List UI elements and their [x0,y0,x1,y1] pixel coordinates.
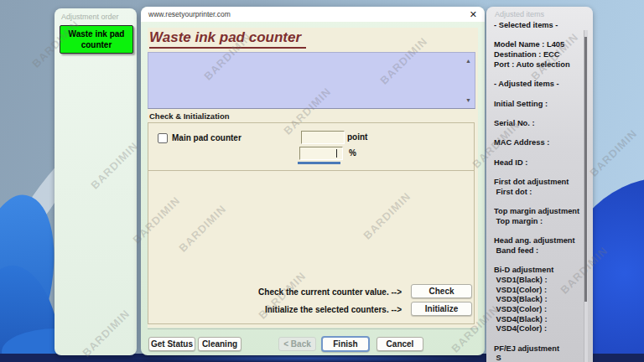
main-pad-counter-label: Main pad counter [172,133,242,142]
adjusted-item-line [494,31,584,41]
adjusted-item-line [494,197,584,207]
action-group: Check the current counter value. --> Che… [148,170,475,324]
adjusted-item-line [494,148,584,158]
adjusted-item-line: Destination : ECC [494,50,584,60]
adjusted-item-line: PF/EJ adjustment [494,344,584,354]
finish-button[interactable]: Finish [321,336,370,352]
adjusted-item-line [494,256,584,266]
adjusted-item-line: Port : Auto selection [494,60,584,70]
watermark-text: BARDIMIN [587,127,639,178]
initialize-button[interactable]: Initialize [411,302,472,316]
adjusted-item-line: - Selected items - [494,21,584,31]
adjusted-item-line: Initial Setting : [494,100,584,110]
adjusted-item-line: VSD4(Black) : [494,315,584,325]
adjusted-items-list: - Selected items -Model Name : L405Desti… [494,21,584,362]
section-label: Check & Initialization [149,111,230,121]
adjusted-item-line [494,168,584,178]
adjusted-item-line: VSD4(Color) : [494,324,584,334]
point-unit-label: point [347,132,367,142]
scroll-down-icon[interactable]: ▼ [465,97,471,103]
scrollbar-thumb[interactable] [584,37,587,302]
adjusted-item-line: S [494,354,584,362]
cancel-button[interactable]: Cancel [377,337,423,351]
adjusted-item-line: - Adjusted items - [494,80,584,90]
dialog-title: www.resetyourprinter.com [148,10,231,18]
waste-ink-pad-counter-item[interactable]: Waste ink pad counter [60,25,133,54]
close-icon[interactable]: ✕ [470,10,477,19]
adjusted-item-line [494,334,584,344]
adjusted-item-line: First dot : [494,188,584,198]
focus-underline [298,162,340,164]
adjustment-order-title: Adjustment order [55,8,137,21]
adjusted-item-line: First dot adjustment [494,178,584,188]
counter-group: Main pad counter point % [148,122,475,171]
percent-input[interactable] [299,147,343,160]
adjusted-item-line: Head ang. adjustment [494,236,584,246]
waste-ink-pad-counter-dialog: www.resetyourprinter.com ✕ Waste ink pad… [141,7,485,355]
adjustment-order-panel: Adjustment order Waste ink pad counter [55,8,137,355]
wallpaper-swirl [126,354,486,362]
adjusted-item-line [494,226,584,236]
back-button[interactable]: < Back [278,337,316,351]
initialize-instruction: Initialize the selected counters. --> [148,305,402,314]
adjusted-item-line: MAC Address : [494,138,584,148]
adjusted-item-line: Serial No. : [494,119,584,129]
adjusted-item-line [494,109,584,119]
cleaning-button[interactable]: Cleaning [198,337,242,351]
point-input[interactable] [301,131,345,144]
check-instruction: Check the current counter value. --> [148,287,402,297]
adjusted-item-line [494,129,584,139]
adjusted-item-line: VSD1(Color) : [494,286,584,296]
text-caret [336,149,337,158]
adjusted-items-title: Adjusted items [486,7,593,18]
adjusted-items-panel: Adjusted items - Selected items -Model N… [486,7,593,362]
main-pad-counter-checkbox[interactable] [158,133,168,143]
check-button[interactable]: Check [411,284,472,298]
adjusted-item-line: Head ID : [494,158,584,168]
footer-divider [148,328,478,329]
adjusted-item-line: VSD3(Color) : [494,305,584,315]
percent-unit-label: % [349,148,356,158]
adjusted-item-line [494,90,584,100]
dialog-titlebar[interactable]: www.resetyourprinter.com ✕ [141,7,485,22]
adjusted-item-line: Model Name : L405 [494,40,584,50]
get-status-button[interactable]: Get Status [148,337,195,351]
scroll-up-icon[interactable]: ▲ [465,58,471,64]
message-area[interactable]: ▲ ▼ [148,52,475,109]
adjusted-item-line: Bi-D adjustment [494,266,584,276]
adjusted-item-line: Top margin : [494,217,584,227]
desktop: Adjustment order Waste ink pad counter w… [0,0,644,362]
adjusted-item-line: VSD3(Black) : [494,295,584,305]
adjusted-item-line [494,70,584,80]
adjusted-item-line: Band feed : [494,246,584,256]
adjusted-item-line: VSD1(Black) : [494,276,584,286]
page-title: Waste ink pad counter [149,29,306,49]
adjusted-item-line: Top margin adjustment [494,207,584,217]
